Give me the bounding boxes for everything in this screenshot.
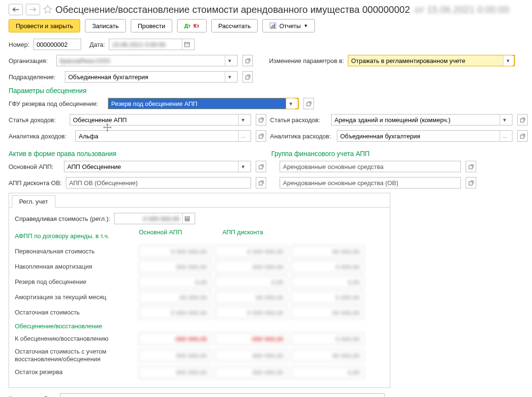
discount-app-group-open-button[interactable] (466, 177, 476, 188)
main-app-group-open-button[interactable] (466, 161, 476, 172)
cell[interactable]: 000 000,00 (215, 366, 288, 379)
expense-analytics-label: Аналитика расходов: (270, 133, 333, 140)
svg-rect-9 (246, 76, 249, 79)
regl-tab-panel: Регл. учет Справедливая стоимость (регл.… (9, 193, 390, 388)
cell[interactable]: 0,00 (292, 366, 364, 379)
discount-app-open-button[interactable] (256, 177, 266, 188)
cell[interactable]: 0 000 000,00 (215, 245, 288, 258)
org-input[interactable] (57, 55, 225, 66)
change-params-input[interactable] (348, 55, 503, 66)
row-label: Остаточная стоимость (15, 309, 139, 316)
income-analytics-input[interactable] (76, 131, 238, 141)
svg-rect-11 (259, 119, 262, 122)
asset-section-title: Актив в форме права пользования (9, 150, 261, 157)
discount-app-input[interactable] (66, 178, 250, 188)
number-input[interactable] (34, 39, 120, 50)
expense-article-label: Статья расходов: (270, 116, 327, 124)
svg-rect-1 (271, 26, 272, 28)
expense-analytics-open-button[interactable] (517, 130, 528, 142)
cell[interactable]: 000 000,00 (139, 366, 211, 379)
income-analytics-open-button[interactable] (256, 130, 266, 142)
cell[interactable]: 00 000,00 (292, 245, 364, 258)
nav-back-button[interactable] (9, 4, 23, 15)
debit-credit-button[interactable]: ДтКт (177, 19, 206, 32)
main-app-input[interactable] (64, 161, 238, 172)
income-article-open-button[interactable] (256, 114, 266, 125)
svg-rect-3 (274, 24, 275, 28)
nav-forward-button[interactable] (26, 4, 40, 15)
cell[interactable]: 00 000,00 (139, 291, 211, 303)
change-params-dropdown-button[interactable]: ▼ (503, 55, 512, 66)
cell[interactable]: 000 000,00 (139, 261, 211, 273)
arrow-left-icon (12, 7, 19, 12)
reports-button[interactable]: Отчеты ▼ (262, 19, 315, 32)
org-open-button[interactable] (242, 55, 253, 66)
main-app-open-button[interactable] (256, 161, 266, 172)
open-icon (259, 164, 264, 169)
cell[interactable]: 00 000,00 (292, 349, 364, 362)
dept-dropdown-button[interactable]: ▼ (225, 72, 234, 82)
cell[interactable]: 0 000,00 (292, 291, 364, 303)
cell[interactable]: 0,00 (292, 276, 364, 288)
cell[interactable]: 0 000 000,00 (139, 306, 211, 319)
save-button[interactable]: Записать (85, 19, 126, 32)
open-icon (259, 117, 264, 123)
open-icon (245, 58, 250, 63)
cell[interactable]: 0 000,00 (292, 333, 364, 345)
change-params-label: Изменение параметров в: (269, 57, 344, 64)
org-label: Организация: (9, 57, 52, 64)
open-icon (259, 180, 264, 186)
cell[interactable]: 0 000 000,00 (215, 306, 288, 319)
cell[interactable]: 000 000,00 (139, 349, 211, 362)
open-icon (306, 101, 312, 106)
date-input[interactable] (109, 39, 182, 50)
svg-rect-2 (272, 25, 273, 28)
cell[interactable]: -000 000,00 (215, 333, 288, 345)
svg-rect-18 (469, 182, 472, 185)
discount-app-label: АПП дисконта ОВ: (9, 179, 62, 187)
cell[interactable]: 00 000,00 (215, 291, 288, 303)
dept-input[interactable] (65, 72, 225, 82)
comment-label: Комментарий: (9, 395, 56, 397)
open-icon (245, 74, 250, 80)
svg-rect-17 (259, 182, 262, 185)
income-article-dropdown-button[interactable]: ▼ (238, 115, 248, 125)
calendar-button[interactable] (182, 39, 191, 50)
fair-value-calc-button[interactable] (182, 213, 192, 224)
gfu-dropdown-button[interactable]: ▼ (286, 98, 295, 109)
cell[interactable]: 0,00 (139, 276, 211, 288)
calculate-button[interactable]: Рассчитать (211, 19, 258, 32)
cell[interactable]: 00 000,00 (292, 306, 364, 319)
expense-analytics-input[interactable] (337, 131, 500, 141)
org-dropdown-button[interactable]: ▼ (225, 55, 234, 66)
income-analytics-select-button[interactable]: … (238, 131, 248, 141)
cell[interactable]: 0 000 000,00 (139, 245, 211, 258)
comment-input[interactable] (61, 394, 383, 397)
cell[interactable]: 000 000,00 (215, 261, 288, 273)
tab-regl[interactable]: Регл. учет (12, 195, 55, 208)
main-app-group-input[interactable] (280, 161, 459, 172)
cell[interactable]: 0 000,00 (292, 261, 364, 273)
cell[interactable]: 000 000,00 (215, 349, 288, 362)
row-label: Остаточная стоимость с учетом восстановл… (15, 348, 139, 364)
fair-value-input[interactable] (115, 213, 182, 224)
dept-label: Подразделение: (9, 73, 61, 81)
expense-article-input[interactable] (332, 115, 500, 125)
expense-article-open-button[interactable] (517, 114, 528, 125)
income-analytics-label: Аналитика доходов: (9, 133, 72, 140)
main-app-dropdown-button[interactable]: ▼ (238, 161, 248, 172)
income-article-input[interactable] (70, 115, 238, 125)
expense-article-dropdown-button[interactable]: ▼ (500, 115, 509, 125)
svg-rect-15 (259, 166, 262, 169)
gfu-input[interactable] (108, 98, 286, 109)
discount-app-group-input[interactable] (280, 178, 459, 188)
row-label: Амортизация за текущий месяц (15, 293, 139, 301)
cell[interactable]: 0,00 (215, 276, 288, 288)
post-and-close-button[interactable]: Провести и закрыть (9, 19, 80, 32)
dept-open-button[interactable] (242, 71, 253, 83)
expense-analytics-select-button[interactable]: … (500, 131, 509, 141)
favorite-star-icon[interactable] (43, 4, 52, 15)
post-button[interactable]: Провести (131, 19, 173, 32)
gfu-open-button[interactable] (303, 98, 314, 109)
cell[interactable]: -000 000,00 (139, 333, 211, 345)
